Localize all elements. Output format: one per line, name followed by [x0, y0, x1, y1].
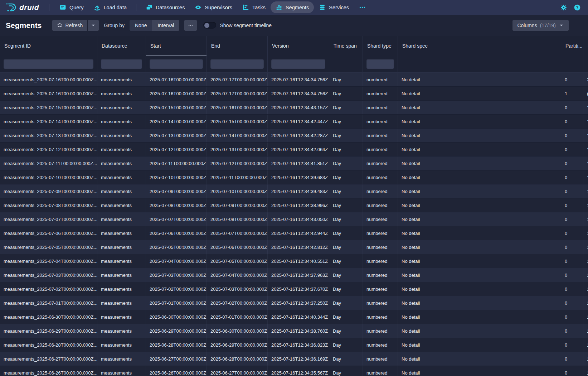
filter-cell — [97, 56, 146, 72]
filter-input-version[interactable] — [271, 59, 325, 69]
segments-table: Segment IDDatasourceStartEndVersionTime … — [0, 36, 588, 376]
cell-segment-id: measurements_2025-06-29T00:00:00.000Z... — [0, 324, 97, 338]
refresh-label: Refresh — [65, 23, 83, 28]
cell-datasource: measurements — [97, 352, 146, 366]
columns-count: (17/19) — [540, 23, 556, 28]
column-header-end[interactable]: End — [207, 36, 268, 56]
column-header-datasource[interactable]: Datasource — [97, 36, 146, 56]
cell-shard-spec: No detail — [398, 324, 561, 338]
column-header-version[interactable]: Version — [268, 36, 329, 56]
cell-time-span: Day — [329, 338, 363, 352]
cell-partiti: 1 — [561, 87, 583, 100]
cell-segment-id: measurements_2025-07-12T00:00:00.000Z... — [0, 143, 97, 156]
more-actions-button[interactable] — [184, 20, 197, 31]
show-timeline-toggle[interactable] — [203, 22, 216, 29]
druid-logo-icon — [5, 2, 16, 13]
table-row: measurements_2025-07-10T00:00:00.000Z...… — [0, 170, 588, 184]
nav-item-datasources[interactable]: Datasources — [141, 1, 190, 13]
cell-segment-id: measurements_2025-06-28T00:00:00.000Z... — [0, 338, 97, 352]
cell-shard-spec: No detail — [398, 282, 561, 296]
nav-item-segments[interactable]: Segments — [271, 1, 314, 13]
columns-button[interactable]: Columns (17/19) — [512, 20, 569, 31]
filter-input-shard-type[interactable] — [366, 59, 394, 69]
cell-segment-id: measurements_2025-07-04T00:00:00.000Z... — [0, 254, 97, 268]
table-row: measurements_2025-07-04T00:00:00.000Z...… — [0, 254, 588, 268]
refresh-button[interactable]: Refresh — [52, 20, 87, 31]
cell-version: 2025-07-16T12:34:34.756Z — [268, 73, 329, 86]
table-row: measurements_2025-06-26T00:00:00.000Z...… — [0, 366, 588, 376]
cell-size: 1 — [583, 324, 588, 338]
cell-shard-type: numbered — [363, 240, 398, 254]
cell-segment-id: measurements_2025-07-10T00:00:00.000Z... — [0, 170, 97, 184]
cell-start: 2025-07-13T00:00:00.000Z — [146, 129, 207, 142]
cell-datasource: measurements — [97, 115, 146, 128]
cell-partiti: 0 — [561, 366, 583, 376]
cell-shard-type: numbered — [363, 366, 398, 376]
cell-partiti: 0 — [561, 240, 583, 254]
cell-shard-spec: No detail — [398, 170, 561, 184]
cell-start: 2025-06-29T00:00:00.000Z — [146, 324, 207, 338]
column-header-shard-spec[interactable]: Shard spec — [398, 36, 561, 56]
filter-input-start[interactable] — [150, 59, 203, 69]
cell-end: 2025-07-10T00:00:00.000Z — [207, 184, 268, 198]
cell-partiti: 0 — [561, 115, 583, 128]
group-by-interval-button[interactable]: Interval — [152, 20, 179, 31]
cell-start: 2025-07-16T00:00:00.000Z — [146, 87, 207, 100]
cell-segment-id: measurements_2025-07-03T00:00:00.000Z... — [0, 268, 97, 282]
column-header-start[interactable]: Start — [146, 36, 207, 56]
cell-datasource: measurements — [97, 87, 146, 100]
cell-time-span: Day — [329, 352, 363, 366]
brand[interactable]: druid — [5, 2, 44, 13]
cell-version: 2025-07-16T12:34:39.483Z — [268, 184, 329, 198]
group-by-none-button[interactable]: None — [130, 20, 152, 31]
cell-start: 2025-07-14T00:00:00.000Z — [146, 115, 207, 128]
cell-partiti: 0 — [561, 73, 583, 86]
cell-version: 2025-07-16T12:34:39.683Z — [268, 170, 329, 184]
filter-input-end[interactable] — [210, 59, 264, 69]
help-icon[interactable] — [574, 4, 581, 11]
cell-time-span: Day — [329, 296, 363, 310]
column-header-time-span[interactable]: Time span — [329, 36, 363, 56]
cell-size: 1 — [583, 101, 588, 114]
cell-partiti: 0 — [561, 184, 583, 198]
cell-time-span: Day — [329, 198, 363, 212]
cell-shard-spec: No detail — [398, 240, 561, 254]
settings-gear-icon[interactable] — [560, 4, 567, 11]
filter-cell — [0, 56, 97, 72]
cell-start: 2025-07-10T00:00:00.000Z — [146, 170, 207, 184]
filter-input-datasource[interactable] — [101, 59, 142, 69]
cell-datasource: measurements — [97, 73, 146, 86]
nav-item-tasks[interactable]: Tasks — [237, 1, 271, 13]
cell-start: 2025-06-28T00:00:00.000Z — [146, 338, 207, 352]
table-row: measurements_2025-07-08T00:00:00.000Z...… — [0, 198, 588, 212]
nav-item-label: Segments — [286, 5, 309, 10]
cell-version: 2025-07-16T12:34:42.287Z — [268, 129, 329, 142]
cell-version: 2025-07-16T12:34:36.169Z — [268, 352, 329, 366]
cell-version: 2025-07-16T12:34:37.250Z — [268, 296, 329, 310]
column-header-partiti[interactable]: Partiti... — [561, 36, 583, 56]
nav-item-supervisors[interactable]: Supervisors — [190, 1, 237, 13]
column-header-segment-id[interactable]: Segment ID — [0, 36, 97, 56]
nav-item-query[interactable]: Query — [54, 1, 89, 13]
cell-datasource: measurements — [97, 143, 146, 156]
column-header-shard-type[interactable]: Shard type — [363, 36, 398, 56]
cell-datasource: measurements — [97, 366, 146, 376]
cell-time-span: Day — [329, 73, 363, 86]
cell-start: 2025-07-12T00:00:00.000Z — [146, 143, 207, 156]
filter-input-segment-id[interactable] — [4, 59, 93, 69]
refresh-interval-dropdown[interactable] — [88, 20, 99, 31]
nav-item-more[interactable] — [354, 1, 371, 13]
cell-shard-type: numbered — [363, 73, 398, 86]
cell-time-span: Day — [329, 101, 363, 114]
cell-version: 2025-07-16T12:34:37.963Z — [268, 268, 329, 282]
nav-item-load-data[interactable]: Load data — [89, 1, 132, 13]
cell-end: 2025-07-04T00:00:00.000Z — [207, 268, 268, 282]
nav-item-services[interactable]: Services — [314, 1, 354, 13]
column-header-size[interactable]: Size — [583, 36, 588, 56]
cell-partiti: 0 — [561, 129, 583, 142]
cell-segment-id: measurements_2025-07-15T00:00:00.000Z... — [0, 101, 97, 114]
cell-size: 1 — [583, 212, 588, 226]
cell-shard-spec: No detail — [398, 338, 561, 352]
cell-shard-spec: No detail — [398, 366, 561, 376]
cell-shard-type: numbered — [363, 254, 398, 268]
